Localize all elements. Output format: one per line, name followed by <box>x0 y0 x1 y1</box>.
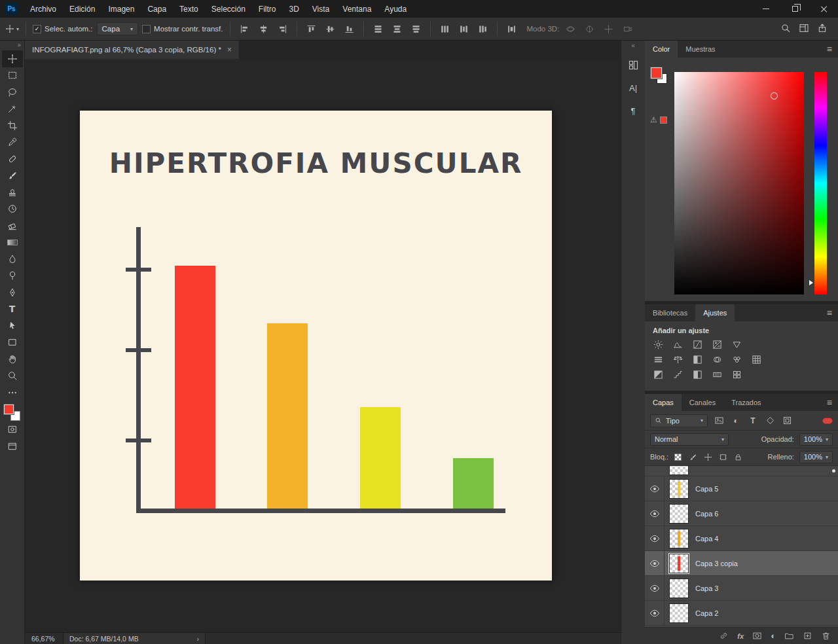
selective-color-icon[interactable] <box>730 368 744 381</box>
link-layers-icon[interactable] <box>719 631 729 641</box>
new-layer-icon[interactable] <box>803 631 812 641</box>
black-white-icon[interactable] <box>691 353 704 366</box>
layer-thumbnail[interactable] <box>669 479 689 499</box>
layer-row-capa-2[interactable]: Capa 2 <box>645 601 838 626</box>
tab-color[interactable]: Color <box>645 41 678 58</box>
move-tool[interactable] <box>2 50 23 67</box>
show-transform-checkbox[interactable]: Mostrar contr. transf. <box>142 25 223 33</box>
exposure-icon[interactable] <box>710 338 724 351</box>
menu-ventana[interactable]: Ventana <box>336 0 378 18</box>
color-picker-cursor[interactable] <box>771 92 778 99</box>
restore-button[interactable] <box>780 0 809 18</box>
distribute-horizontal-centers-button[interactable] <box>456 21 471 37</box>
layer-thumbnail[interactable] <box>669 603 689 623</box>
photo-filter-icon[interactable] <box>710 353 724 366</box>
layer-thumbnail[interactable] <box>669 554 689 573</box>
color-lookup-icon[interactable] <box>750 353 763 366</box>
delete-layer-icon[interactable] <box>821 631 831 641</box>
close-button[interactable] <box>809 0 838 18</box>
lock-pixels-icon[interactable] <box>687 452 699 463</box>
menu-filtro[interactable]: Filtro <box>252 0 283 18</box>
zoom-level[interactable]: 66,67% <box>25 635 63 643</box>
layer-style-icon[interactable]: fx <box>737 632 744 640</box>
menu-imagen[interactable]: Imagen <box>101 0 141 18</box>
rectangular-marquee-tool[interactable] <box>2 67 23 84</box>
tab-canales[interactable]: Canales <box>682 394 723 411</box>
clone-stamp-tool[interactable] <box>2 184 23 201</box>
panel-menu-icon[interactable]: ≡ <box>821 304 838 321</box>
lock-transparency-icon[interactable] <box>672 452 683 463</box>
foreground-color-swatch[interactable] <box>651 67 662 79</box>
layer-row-capa-3[interactable]: Capa 3 <box>645 576 838 601</box>
toolbar-expand-toggle[interactable]: » <box>0 41 24 50</box>
expand-panels-toggle[interactable]: « <box>621 41 645 51</box>
channel-mixer-icon[interactable] <box>730 353 744 366</box>
lock-position-icon[interactable] <box>702 452 714 463</box>
align-top-edges-button[interactable] <box>304 21 319 37</box>
out-of-gamut-warning[interactable]: ⚠ <box>650 115 667 124</box>
layer-thumbnail[interactable] <box>669 579 689 598</box>
distribute-spacing-button[interactable] <box>504 21 519 37</box>
fill-field[interactable]: 100% ▾ <box>799 451 833 463</box>
path-selection-tool[interactable] <box>2 317 23 334</box>
opacity-field[interactable]: 100% ▾ <box>799 433 833 446</box>
distribute-left-edges-button[interactable] <box>437 21 452 37</box>
lasso-tool[interactable] <box>2 84 23 101</box>
tool-preset-picker[interactable]: ▾ <box>5 24 19 33</box>
layer-visibility-toggle[interactable] <box>645 526 665 550</box>
new-adjustment-layer-icon[interactable]: ◐ <box>771 631 776 641</box>
hand-tool[interactable] <box>2 351 23 368</box>
filter-image-icon[interactable] <box>713 415 725 427</box>
zoom-tool[interactable] <box>2 368 23 385</box>
new-group-icon[interactable] <box>784 631 794 641</box>
layer-thumbnail[interactable] <box>669 504 689 524</box>
tab-bibliotecas[interactable]: Bibliotecas <box>645 304 695 321</box>
quick-mask-button[interactable] <box>2 421 23 438</box>
foreground-background-colors[interactable] <box>3 404 21 421</box>
filter-shape-icon[interactable] <box>764 415 776 427</box>
layer-visibility-toggle[interactable] <box>645 501 665 526</box>
crop-tool[interactable] <box>2 117 23 134</box>
auto-select-target-dropdown[interactable]: Capa ▾ <box>97 22 139 35</box>
menu-edicion[interactable]: Edición <box>63 0 101 18</box>
chart-bar-3[interactable] <box>360 407 401 509</box>
threshold-icon[interactable] <box>691 368 704 381</box>
filter-adjustment-icon[interactable]: ◐ <box>730 415 742 427</box>
edit-toolbar-button[interactable] <box>2 384 23 401</box>
layer-row-capa-5[interactable]: Capa 5 <box>645 476 838 501</box>
align-left-edges-button[interactable] <box>237 21 252 37</box>
chart-bar-1[interactable] <box>175 266 215 509</box>
document-canvas[interactable]: HIPERTROFIA MUSCULAR <box>80 111 552 581</box>
rectangle-shape-tool[interactable] <box>2 334 23 351</box>
gradient-tool[interactable] <box>2 234 23 251</box>
chart-bar-2[interactable] <box>267 323 308 509</box>
doc-size-info[interactable]: Doc: 6,67 MB/14,0 MB › <box>63 633 206 644</box>
add-layer-mask-icon[interactable] <box>752 631 762 641</box>
screen-mode-button[interactable] <box>2 438 23 455</box>
tab-ajustes[interactable]: Ajustes <box>695 304 735 321</box>
dodge-tool[interactable] <box>2 268 23 285</box>
distribute-bottom-edges-button[interactable] <box>409 21 424 37</box>
paragraph-panel-icon[interactable]: ¶ <box>623 101 643 120</box>
saturation-brightness-field[interactable] <box>674 72 804 295</box>
align-right-edges-button[interactable] <box>275 21 290 37</box>
libraries-panel-icon[interactable] <box>623 56 643 74</box>
menu-texto[interactable]: Texto <box>173 0 205 18</box>
hue-slider[interactable] <box>814 72 827 295</box>
vibrance-icon[interactable] <box>730 338 744 351</box>
blend-mode-dropdown[interactable]: Normal ▾ <box>650 433 729 446</box>
eraser-tool[interactable] <box>2 217 23 234</box>
menu-ayuda[interactable]: Ayuda <box>378 0 413 18</box>
share-icon[interactable] <box>817 23 828 35</box>
eyedropper-tool[interactable] <box>2 134 23 151</box>
brightness-contrast-icon[interactable] <box>651 338 665 351</box>
menu-seleccion[interactable]: Selección <box>205 0 252 18</box>
tab-capas[interactable]: Capas <box>645 394 682 411</box>
levels-icon[interactable] <box>671 338 685 351</box>
panel-menu-icon[interactable]: ≡ <box>821 41 838 58</box>
foreground-color-swatch[interactable] <box>4 404 14 414</box>
layer-row-capa-6[interactable]: Capa 6 <box>645 501 838 526</box>
gradient-map-icon[interactable] <box>710 368 724 381</box>
distribute-right-edges-button[interactable] <box>475 21 490 37</box>
layer-filter-type-dropdown[interactable]: Tipo ▾ <box>650 414 708 427</box>
